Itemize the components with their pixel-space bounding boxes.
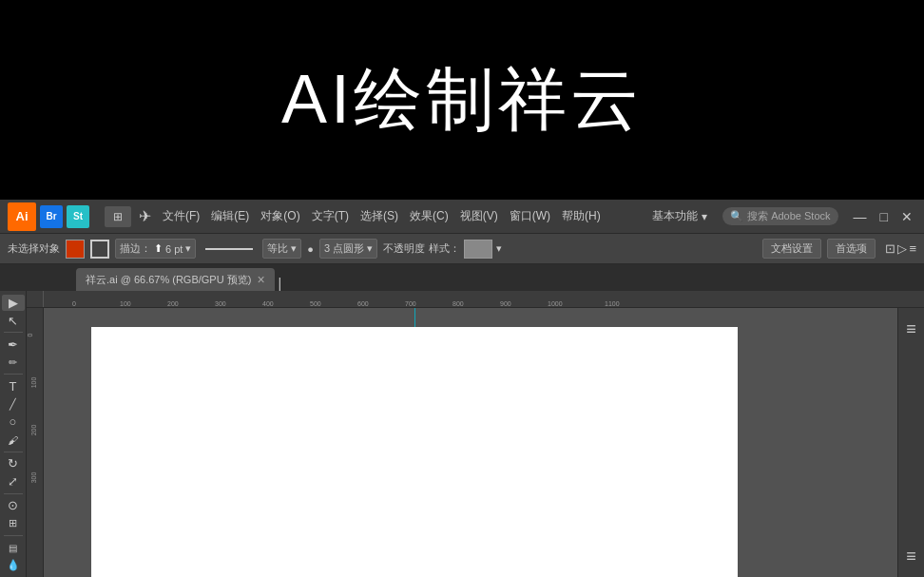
menu-object[interactable]: 对象(O) (260, 208, 299, 224)
stroke-preview (205, 248, 253, 250)
title-banner: AI绘制祥云 (0, 0, 924, 200)
pen-tool[interactable]: ✒ (2, 337, 25, 353)
ratio-dropdown[interactable]: 等比 ▾ (262, 239, 301, 259)
search-placeholder: 搜索 Adobe Stock (747, 209, 830, 223)
rotate-tool[interactable]: ↻ (2, 456, 25, 472)
ruler-corner (27, 291, 44, 308)
canvas-area: 0 100 200 300 400 500 600 700 800 900 10… (27, 291, 924, 577)
panel-controls: ⊡ ▷ ≡ (885, 241, 916, 256)
doc-tab[interactable]: 祥云.ai @ 66.67% (RGB/GPU 预览) × (76, 268, 275, 291)
tool-separator-2 (4, 374, 23, 375)
panel-toggle-2[interactable]: ≡ (900, 539, 923, 573)
panel-expand-icon[interactable]: ▷ (897, 241, 907, 256)
stroke-dropdown[interactable]: 描边： ⬆ 6 pt ▾ (115, 239, 196, 259)
ruler-top-marks: 0 100 200 300 400 500 600 700 800 900 10… (44, 291, 924, 307)
app-area: Ai Br St ⊞ ✈ 文件(F) 编辑(E) 对象(O) 文字(T) 选择(… (0, 200, 924, 577)
paper-plane-icon: ✈ (139, 207, 151, 225)
ruler-left: 0 100 200 300 (27, 308, 44, 577)
canvas-container[interactable] (44, 308, 897, 577)
doc-settings-button[interactable]: 文档设置 (762, 239, 821, 259)
panel-toggle-1[interactable]: ≡ (900, 312, 923, 346)
window-controls: — □ ✕ (850, 209, 916, 224)
document-tabs: 祥云.ai @ 66.67% (RGB/GPU 预览) × | (0, 264, 924, 291)
panel-collapse-icon[interactable]: ⊡ (885, 241, 895, 256)
shape-dropdown[interactable]: 3 点圆形 ▾ (319, 239, 377, 259)
line-tool[interactable]: ╱ (2, 396, 25, 413)
workspace-label[interactable]: 基本功能 ▾ (652, 208, 707, 224)
ruler-top: 0 100 200 300 400 500 600 700 800 900 10… (27, 291, 924, 308)
workspace-chevron-icon: ▾ (702, 210, 707, 223)
minimize-button[interactable]: — (850, 209, 871, 224)
search-icon: 🔍 (730, 210, 743, 222)
app-logos: Ai Br St (8, 202, 89, 231)
type-tool[interactable]: T (2, 378, 25, 394)
canvas-with-ruler: 0 100 200 300 ≡ ≡ (27, 308, 924, 577)
cursor-indicator: | (279, 276, 282, 291)
stroke-color-swatch[interactable] (90, 240, 109, 259)
ai-logo: Ai (8, 202, 36, 231)
mesh-tool[interactable]: ⊞ (2, 515, 25, 531)
restore-button[interactable]: □ (876, 209, 892, 224)
tool-separator-5 (4, 535, 23, 536)
eyedropper-tool[interactable]: 💧 (2, 557, 25, 573)
tool-separator-4 (4, 493, 23, 494)
menu-bar: Ai Br St ⊞ ✈ 文件(F) 编辑(E) 对象(O) 文字(T) 选择(… (0, 200, 924, 234)
paintbrush-tool[interactable]: 🖌 (2, 432, 25, 448)
opacity-section: 不透明度 样式： ▾ (383, 240, 502, 259)
right-panel: ≡ ≡ (897, 308, 924, 577)
menu-effect[interactable]: 效果(C) (410, 208, 449, 224)
menu-view[interactable]: 视图(V) (460, 208, 498, 224)
workspace-icon[interactable]: ⊞ (105, 206, 131, 227)
panel-menu-icon[interactable]: ≡ (909, 241, 916, 256)
pencil-tool[interactable]: ✏ (2, 355, 25, 371)
fill-color-swatch[interactable] (66, 240, 85, 259)
selection-label: 未选择对象 (8, 241, 60, 256)
preferences-button[interactable]: 首选项 (827, 239, 876, 259)
search-box[interactable]: 🔍 搜索 Adobe Stock (722, 207, 837, 225)
workspace-switcher: ⊞ (105, 206, 131, 227)
opacity-label: 不透明度 (383, 241, 425, 256)
menu-window[interactable]: 窗口(W) (510, 208, 550, 224)
left-toolbar: ▶ ↖ ✒ ✏ T ╱ ○ 🖌 ↻ ⤢ ⊙ ⊞ ▤ 💧 (0, 291, 27, 577)
options-bar: 未选择对象 描边： ⬆ 6 pt ▾ 等比 ▾ ● 3 点圆形 ▾ 不透明度 样… (0, 234, 924, 264)
tool-separator-3 (4, 452, 23, 452)
menu-help[interactable]: 帮助(H) (562, 208, 601, 224)
doc-tab-name: 祥云.ai @ 66.67% (RGB/GPU 预览) (86, 273, 251, 287)
doc-tab-close[interactable]: × (257, 272, 264, 287)
style-swatch[interactable] (464, 240, 492, 259)
menu-text[interactable]: 文字(T) (312, 208, 349, 224)
page-title: AI绘制祥云 (281, 54, 643, 145)
tool-separator-1 (4, 332, 23, 333)
scale-tool[interactable]: ⤢ (2, 473, 25, 490)
st-logo[interactable]: St (67, 205, 89, 228)
style-label: 样式： (429, 241, 460, 256)
menu-edit[interactable]: 编辑(E) (211, 208, 249, 224)
menu-select[interactable]: 选择(S) (360, 208, 398, 224)
menu-file[interactable]: 文件(F) (163, 208, 200, 224)
br-logo[interactable]: Br (40, 205, 63, 228)
blend-tool[interactable]: ⊙ (2, 498, 25, 514)
ellipse-tool[interactable]: ○ (2, 414, 25, 431)
direct-selection-tool[interactable]: ↖ (2, 313, 25, 329)
gradient-tool[interactable]: ▤ (2, 540, 25, 556)
artboard (91, 327, 738, 577)
main-area: ▶ ↖ ✒ ✏ T ╱ ○ 🖌 ↻ ⤢ ⊙ ⊞ ▤ 💧 (0, 291, 924, 577)
selection-tool[interactable]: ▶ (2, 295, 25, 311)
close-button[interactable]: ✕ (897, 209, 916, 224)
